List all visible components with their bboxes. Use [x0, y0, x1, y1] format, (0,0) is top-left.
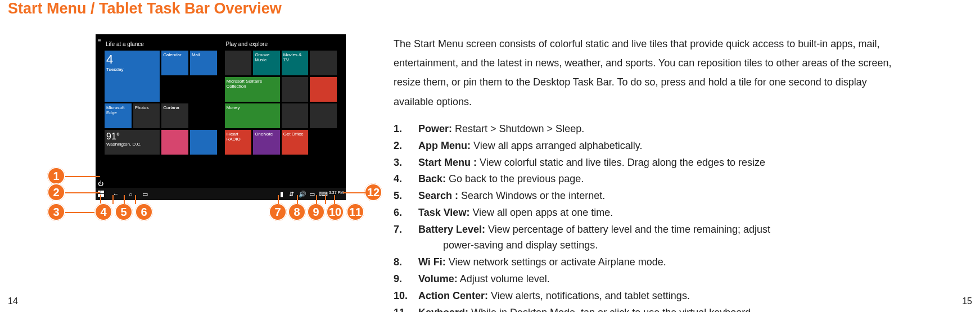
taskbar: ← ⌕ ▭ ▮ ⇵ 🔊 ▭ ⌨ 3:37 PM [96, 188, 346, 200]
callout-5: 5 [115, 203, 133, 221]
legend-label: Task View: [418, 207, 469, 218]
tile-misc2 [282, 77, 309, 102]
legend-num: 8. [394, 255, 413, 270]
wifi-icon: ⇵ [288, 191, 295, 197]
search-icon: ⌕ [127, 191, 134, 197]
start-menu-screenshot: ≡ ⏻ Life at a glance 4 Tuesday Calendar … [96, 34, 346, 200]
legend-label: Keyboard: [418, 307, 468, 312]
tile-mail: Mail [190, 51, 217, 75]
tile-misc4 [310, 103, 337, 128]
legend-num: 10. [394, 288, 413, 304]
tiles-area: Life at a glance 4 Tuesday Calendar Mail… [105, 41, 337, 183]
callout-1-line [65, 176, 100, 177]
callout-1: 1 [47, 167, 65, 185]
volume-icon: 🔊 [299, 191, 305, 197]
legend-desc: While in Desktop Mode, tap or click to u… [468, 307, 753, 312]
tile-group-right: Play and explore Groove Music Movies & T… [225, 41, 337, 183]
tile-weather: 91° Washington, D.C. [105, 130, 160, 155]
clock-icon: 3:37 PM [329, 191, 344, 197]
tile-xbox [225, 51, 252, 75]
page-number-right: 15 [962, 296, 972, 306]
tile-misc3 [282, 103, 309, 128]
callout-8: 8 [288, 203, 306, 221]
legend-label: Power: [418, 123, 452, 134]
legend-num: 2. [394, 138, 413, 154]
legend-desc: Restart > Shutdown > Sleep. [452, 123, 584, 134]
action-center-icon: ▭ [309, 191, 315, 197]
tile-office: Get Office [282, 130, 309, 155]
legend-list: 1.Power: Restart > Shutdown > Sleep. 2.A… [394, 121, 900, 312]
svg-rect-1 [101, 191, 104, 193]
legend-desc: Go back to the previous page. [446, 173, 584, 184]
legend-item-2: 2.App Menu: View all apps arranged alpha… [394, 138, 900, 154]
tile-calendar: 4 Tuesday [105, 51, 160, 102]
legend-label: Wi Fi: [418, 256, 446, 268]
legend-desc-cont: power-saving and display settings. [418, 238, 900, 254]
tile-groove: Groove Music [253, 51, 280, 75]
legend-num: 4. [394, 171, 413, 187]
intro-paragraph: The Start Menu screen consists of colorf… [394, 34, 900, 111]
tile-cortana: Cortana [161, 103, 188, 128]
tile-flipboard [310, 77, 337, 102]
legend-item-1: 1.Power: Restart > Shutdown > Sleep. [394, 121, 900, 137]
svg-rect-2 [98, 194, 101, 197]
tile-photos: Photos [133, 103, 160, 128]
tile-group-left: Life at a glance 4 Tuesday Calendar Mail… [105, 41, 217, 183]
callout-9: 9 [307, 203, 325, 221]
callout-10: 10 [326, 203, 344, 221]
tile-onenote: OneNote [253, 130, 280, 155]
legend-desc: View percentage of battery level and the… [485, 224, 770, 235]
legend-num: 1. [394, 121, 413, 137]
tile-movies: Movies & TV [282, 51, 309, 75]
group-label-left: Life at a glance [106, 41, 217, 47]
text-column: The Start Menu screen consists of colorf… [394, 34, 900, 312]
tile-misc1 [310, 51, 337, 75]
legend-num: 6. [394, 205, 413, 221]
start-icon [98, 191, 105, 197]
legend-label: Battery Level: [418, 224, 485, 235]
group-label-right: Play and explore [226, 41, 337, 47]
battery-icon: ▮ [278, 191, 285, 197]
svg-rect-0 [98, 191, 101, 193]
legend-num: 11. [394, 305, 413, 312]
callout-12: 12 [364, 183, 382, 201]
legend-desc: View colorful static and live tiles. Dra… [477, 157, 765, 168]
back-icon: ← [112, 191, 119, 197]
page-number-left: 14 [8, 296, 18, 306]
calendar-date-num: 4 [106, 52, 158, 67]
callout-3-line [65, 212, 100, 213]
taskview-icon: ▭ [142, 191, 148, 197]
legend-num: 5. [394, 188, 413, 204]
callout-6: 6 [135, 203, 153, 221]
legend-num: 9. [394, 272, 413, 287]
callout-12-line [343, 192, 365, 193]
legend-item-7: 7.Battery Level: View percentage of batt… [394, 222, 900, 254]
legend-label: Start Menu : [418, 157, 477, 168]
callout-11: 11 [346, 203, 364, 221]
tile-iheart: iHeart RADIO [225, 130, 252, 155]
figure-column: ≡ ⏻ Life at a glance 4 Tuesday Calendar … [96, 34, 365, 312]
legend-item-6: 6.Task View: View all open apps at one t… [394, 205, 900, 221]
legend-label: Volume: [418, 273, 458, 284]
legend-item-4: 4.Back: Go back to the previous page. [394, 171, 900, 187]
tile-extra [190, 130, 217, 155]
legend-item-3: 3.Start Menu : View colorful static and … [394, 155, 900, 171]
callout-4: 4 [94, 203, 112, 221]
tile-money: Money [225, 103, 280, 128]
legend-item-10: 10.Action Center: View alerts, notificat… [394, 288, 900, 304]
legend-item-11: 11.Keyboard: While in Desktop Mode, tap … [394, 305, 900, 312]
legend-num: 7. [394, 222, 413, 238]
callout-3: 3 [47, 203, 65, 221]
legend-num: 3. [394, 155, 413, 171]
legend-label: Back: [418, 173, 446, 184]
legend-desc: View alerts, notifications, and tablet s… [488, 290, 690, 301]
page-title: Start Menu / Tablet Task Bar Overview [0, 0, 980, 17]
weather-loc: Washington, D.C. [106, 142, 158, 147]
legend-label: App Menu: [418, 140, 471, 151]
weather-temp: 91° [106, 132, 158, 142]
tile-edge: Microsoft Edge [105, 103, 132, 128]
legend-desc: View network settings or activate Airpla… [446, 256, 666, 268]
legend-item-8: 8.Wi Fi: View network settings or activa… [394, 255, 900, 270]
tile-cal-small: Calendar [161, 51, 188, 75]
callout-7: 7 [269, 203, 287, 221]
